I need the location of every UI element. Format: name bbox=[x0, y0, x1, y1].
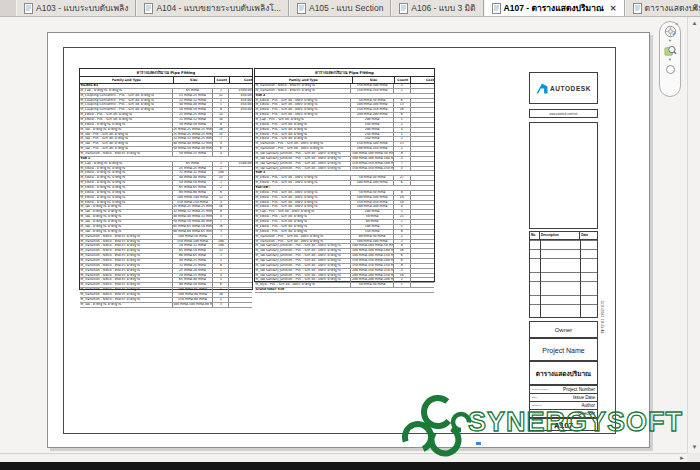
autodesk-wordmark: AUTODESK bbox=[550, 85, 591, 92]
consultant-cell bbox=[564, 150, 598, 177]
titleblock-field-row: Project number Project Number bbox=[530, 386, 597, 394]
schedule-header-row: Family and Type Size Count Cost bbox=[255, 77, 434, 84]
view-tab-bar: A103 - แบบระบบดับเพลิง A104 - แบบขยายระบ… bbox=[0, 0, 700, 17]
revit-window: { "tabs": [ {"label":"A103 - แบบระบบดับเ… bbox=[0, 0, 700, 470]
table-row: Grand total: 519 bbox=[255, 288, 434, 293]
consultant-cell bbox=[564, 123, 598, 150]
sheet-paper[interactable]: ตารางแสดงปริมาณ Pipe Fitting Family and … bbox=[47, 32, 650, 448]
titleblock-field-row: Checked by Checker bbox=[530, 410, 597, 417]
view-tab[interactable]: A104 - แบบขยายระบบดับเพลิงโ... bbox=[136, 0, 289, 16]
revision-col-date: Date bbox=[580, 232, 597, 239]
schedule-segment-right[interactable]: ตารางแสดงปริมาณ Pipe Fitting Family and … bbox=[254, 68, 435, 282]
field-value: Checker bbox=[578, 411, 595, 416]
table-row: M_Tee - มาตรฐาน: มาตรฐาน 100 mmø-100 mmø… bbox=[80, 303, 252, 308]
consultant-cell bbox=[530, 150, 564, 177]
view-tab-label: A105 - แบบ Section bbox=[309, 1, 383, 15]
field-value: Author bbox=[581, 403, 595, 408]
sheet-document-icon bbox=[399, 3, 408, 14]
view-tab[interactable]: A107 - ตารางแสดงปริมาณ ✕ bbox=[484, 0, 625, 16]
autodesk-brand-box: AUTODESK bbox=[529, 72, 598, 104]
revision-rows bbox=[530, 240, 597, 318]
view-tab[interactable]: A105 - แบบ Section bbox=[289, 0, 391, 16]
schedule-body-left: ชั้นใต้ดิน B1 M_Cap - มาตรฐาน: มาตรฐาน 6… bbox=[80, 84, 252, 308]
scroll-up-arrow-icon[interactable]: ▲ bbox=[688, 17, 700, 29]
zoom-chevron-down-icon[interactable]: ▾ bbox=[669, 58, 671, 62]
view-tab[interactable]: ตารางแสดงปริมาณ Pipe Fitting bbox=[625, 0, 700, 16]
col-count: Count bbox=[215, 77, 230, 83]
website-box: www.autodesk.com/revit bbox=[529, 109, 598, 118]
view-tab[interactable]: A106 - แบบ 3 มิติ bbox=[391, 0, 483, 16]
view-tab-label: A104 - แบบขยายระบบดับเพลิงโ... bbox=[156, 1, 281, 15]
field-label: Drawn by bbox=[532, 404, 542, 407]
sheet-document-icon bbox=[492, 3, 501, 14]
drawing-canvas[interactable]: ตารางแสดงปริมาณ Pipe Fitting Family and … bbox=[0, 17, 687, 453]
sheet-document-icon bbox=[24, 3, 33, 14]
steering-wheel-chevron-down-icon[interactable]: ▾ bbox=[669, 39, 671, 43]
field-value: Issue Date bbox=[573, 395, 595, 400]
revision-header: No. Description Date bbox=[530, 232, 597, 240]
col-family-and-type: Family and Type bbox=[255, 77, 353, 83]
scroll-down-arrow-icon[interactable]: ▼ bbox=[688, 441, 700, 453]
vertical-scrollbar[interactable]: ▲ ▼ bbox=[687, 17, 700, 453]
schedule-segment-left[interactable]: ตารางแสดงปริมาณ Pipe Fitting Family and … bbox=[79, 68, 253, 290]
plot-stamp: 5/11/2021 10:25:48 bbox=[600, 301, 604, 361]
selection-grip bbox=[476, 442, 481, 445]
field-label: Checked by bbox=[532, 412, 545, 415]
view-tab-label: A103 - แบบระบบดับเพลิง bbox=[36, 1, 128, 15]
sheet-document-icon bbox=[144, 3, 153, 14]
col-count: Count bbox=[395, 77, 411, 83]
sheet-document-icon bbox=[633, 3, 642, 14]
zoom-tool-icon[interactable] bbox=[664, 44, 677, 57]
view-tab-label: A106 - แบบ 3 มิติ bbox=[411, 1, 475, 15]
consultant-box bbox=[529, 122, 598, 229]
field-label: Project number bbox=[532, 388, 548, 391]
autodesk-logo-icon bbox=[536, 83, 548, 94]
consultant-cell bbox=[530, 123, 564, 150]
col-cost: Cost bbox=[230, 77, 252, 83]
schedule-header-row: Family and Type Size Count Cost bbox=[80, 77, 252, 84]
col-cost: Cost bbox=[411, 77, 434, 83]
navbar-wheel-dot-icon[interactable] bbox=[666, 65, 675, 74]
revision-col-no: No. bbox=[530, 232, 540, 239]
schedule-body-right: M_Transition - Nibco - สวมเร็ว: มาตรฐาน … bbox=[255, 84, 434, 293]
schedule-title: ตารางแสดงปริมาณ Pipe Fitting bbox=[80, 69, 252, 77]
owner-box: Owner bbox=[529, 321, 598, 338]
col-size: Size bbox=[353, 77, 395, 83]
view-tab-label: ตารางแสดงปริมาณ Pipe Fitting bbox=[645, 1, 700, 15]
horizontal-scrollbar[interactable]: ► bbox=[0, 453, 687, 462]
navbar-gear-icon[interactable]: ✦ bbox=[675, 21, 679, 27]
navigation-bar: ✦ ▾ ▾ bbox=[659, 21, 681, 97]
view-tab[interactable]: A103 - แบบระบบดับเพลิง bbox=[16, 0, 136, 16]
project-fields-box: Project number Project Number Date Issue… bbox=[529, 385, 598, 418]
titleblock-field-row: Drawn by Author bbox=[530, 402, 597, 410]
schedule-title: ตารางแสดงปริมาณ Pipe Fitting bbox=[255, 69, 434, 77]
field-label: Date bbox=[532, 396, 537, 399]
sheet-title-box: ตารางแสดงปริมาณ bbox=[529, 361, 598, 385]
sheet-number-box: A107 bbox=[529, 418, 598, 431]
window-bottom-edge bbox=[0, 462, 700, 470]
field-value: Project Number bbox=[563, 387, 595, 392]
title-block[interactable]: AUTODESK www.autodesk.com/revit No. Desc… bbox=[529, 72, 598, 431]
sheet-document-icon bbox=[297, 3, 306, 14]
project-name-box: Project Name bbox=[529, 338, 598, 361]
col-family-and-type: Family and Type bbox=[80, 77, 174, 83]
revision-col-description: Description bbox=[540, 232, 580, 239]
close-tab-icon[interactable]: ✕ bbox=[610, 4, 617, 13]
col-size: Size bbox=[174, 77, 215, 83]
view-tab-label: A107 - ตารางแสดงปริมาณ bbox=[504, 1, 604, 15]
tab-overflow-chevron-down-icon[interactable]: ▾ bbox=[693, 4, 697, 13]
titleblock-field-row: Date Issue Date bbox=[530, 394, 597, 402]
revision-table: No. Description Date bbox=[529, 231, 598, 318]
scrollbar-corner bbox=[687, 453, 700, 462]
